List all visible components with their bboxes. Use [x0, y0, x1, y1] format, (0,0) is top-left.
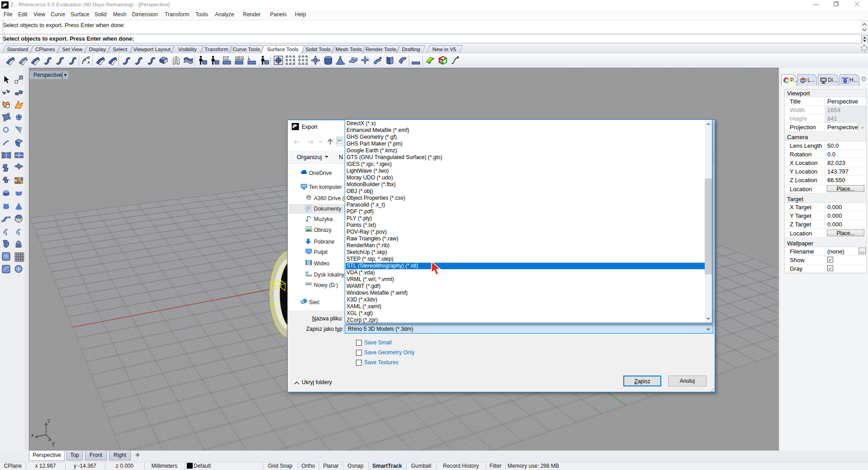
svg-text:y: y	[52, 440, 55, 446]
svg-text:?: ?	[844, 80, 846, 84]
svg-text:DEG: DEG	[235, 56, 244, 60]
svg-text:L: L	[248, 56, 250, 60]
svg-text:z: z	[47, 418, 50, 424]
svg-text:x: x	[31, 432, 34, 438]
svg-text:FIT: FIT	[223, 56, 229, 60]
svg-text:2: 2	[18, 231, 20, 236]
svg-text:1: 1	[5, 231, 7, 236]
